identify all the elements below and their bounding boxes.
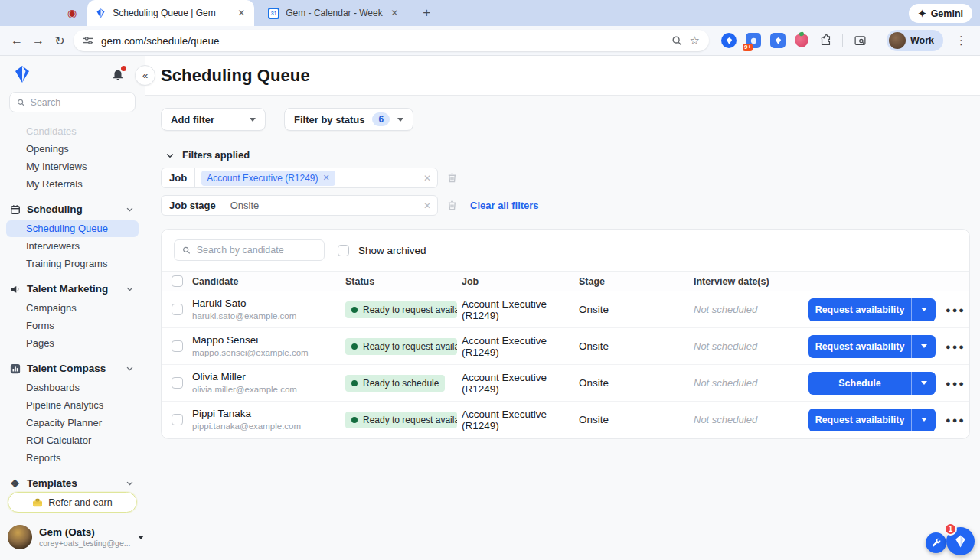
row-menu-icon[interactable]: ●●● bbox=[940, 342, 970, 351]
clear-all-filters-link[interactable]: Clear all filters bbox=[470, 200, 539, 211]
reading-mode-icon[interactable] bbox=[852, 33, 867, 48]
caret-down-icon bbox=[397, 118, 403, 122]
sidebar-item-candidates[interactable]: Candidates bbox=[6, 123, 139, 140]
berry-extension-icon[interactable] bbox=[795, 34, 808, 47]
extensions-puzzle-icon[interactable] bbox=[818, 33, 833, 48]
gem-extension-icon[interactable] bbox=[721, 33, 737, 48]
sidebar-item-my-interviews[interactable]: My Interviews bbox=[6, 158, 139, 175]
schedule-button[interactable]: Schedule bbox=[808, 372, 911, 395]
table-row: Mappo Sensei mappo.sensei@example.com Re… bbox=[162, 328, 969, 365]
refer-and-earn-button[interactable]: Refer and earn bbox=[8, 492, 137, 513]
url-text[interactable]: gem.com/schedule/queue bbox=[101, 35, 664, 47]
sidebar-item-forms[interactable]: Forms bbox=[6, 317, 139, 334]
request-availability-button[interactable]: Request availability bbox=[808, 335, 911, 358]
sidebar-item-training-programs[interactable]: Training Programs bbox=[6, 256, 139, 272]
action-dropdown-button[interactable] bbox=[911, 298, 936, 321]
filters-applied-toggle[interactable]: Filters applied bbox=[161, 149, 970, 161]
trash-icon[interactable] bbox=[446, 172, 458, 184]
filter-value-field[interactable]: Onsite ✕ bbox=[224, 196, 437, 215]
show-archived-checkbox[interactable] bbox=[338, 245, 349, 256]
notifications-bell-icon[interactable] bbox=[111, 67, 125, 81]
new-tab-button[interactable]: + bbox=[418, 5, 435, 21]
row-menu-icon[interactable]: ●●● bbox=[940, 415, 970, 425]
profile-caret-icon bbox=[138, 536, 144, 539]
sidebar-item-campaigns[interactable]: Campaigns bbox=[6, 300, 139, 317]
gem-assistant-button[interactable]: 1 bbox=[946, 527, 975, 555]
sidebar-section-talent-marketing[interactable]: Talent Marketing bbox=[6, 280, 139, 298]
sidebar-section-templates[interactable]: ❖ Templates bbox=[6, 474, 139, 489]
sidebar-section-scheduling[interactable]: Scheduling bbox=[6, 200, 139, 218]
candidate-name[interactable]: Olivia Miller bbox=[192, 371, 345, 383]
sidebar-search[interactable] bbox=[9, 92, 136, 112]
sidebar-item-reports[interactable]: Reports bbox=[6, 450, 139, 467]
action-dropdown-button[interactable] bbox=[911, 335, 936, 358]
action-dropdown-button[interactable] bbox=[911, 409, 936, 431]
scheduling-queue-table-card: Show archived Candidate Status Job Stage… bbox=[161, 229, 970, 439]
status-badge: Ready to request availabili bbox=[345, 301, 457, 318]
table-row: Haruki Sato haruki.sato@example.com Read… bbox=[162, 291, 969, 328]
tab-close-icon[interactable]: ✕ bbox=[236, 8, 247, 18]
gem-logo-icon[interactable] bbox=[12, 64, 32, 84]
row-menu-icon[interactable]: ●●● bbox=[940, 305, 970, 314]
request-availability-button[interactable]: Request availability bbox=[808, 298, 911, 321]
column-header-job: Job bbox=[462, 276, 579, 287]
search-icon[interactable] bbox=[671, 35, 682, 46]
back-button[interactable]: ← bbox=[6, 30, 28, 51]
reload-button[interactable]: ↻ bbox=[49, 30, 70, 51]
candidate-search[interactable] bbox=[174, 239, 325, 261]
request-availability-button[interactable]: Request availability bbox=[808, 409, 911, 431]
sidebar-collapse-button[interactable]: « bbox=[135, 65, 155, 86]
tab-title: Scheduling Queue | Gem bbox=[113, 8, 230, 18]
address-bar[interactable]: gem.com/schedule/queue ☆ bbox=[74, 30, 709, 51]
notification-extension-icon[interactable]: 9+ bbox=[746, 33, 761, 48]
add-filter-button[interactable]: Add filter bbox=[161, 108, 266, 131]
trash-icon[interactable] bbox=[446, 200, 458, 211]
sidebar-item-openings[interactable]: Openings bbox=[6, 141, 139, 158]
support-wrench-button[interactable] bbox=[926, 532, 946, 553]
candidate-search-input[interactable] bbox=[197, 245, 316, 256]
action-dropdown-button[interactable] bbox=[911, 372, 936, 395]
candidate-name[interactable]: Mappo Sensei bbox=[192, 334, 345, 347]
sidebar-item-scheduling-queue[interactable]: Scheduling Queue bbox=[6, 220, 139, 237]
sidebar-item-pipeline-analytics[interactable]: Pipeline Analytics bbox=[6, 397, 139, 414]
workspace-profile[interactable]: Gem (Oats) corey+oats_testing@ge... bbox=[0, 520, 145, 560]
sidebar-item-pages[interactable]: Pages bbox=[6, 335, 139, 352]
chip-remove-icon[interactable]: ✕ bbox=[323, 173, 330, 183]
filter-chip[interactable]: Account Executive (R1249) ✕ bbox=[201, 171, 335, 186]
select-all-checkbox[interactable] bbox=[172, 275, 183, 287]
browser-profile-button[interactable]: Work bbox=[887, 30, 943, 51]
forward-button[interactable]: → bbox=[28, 30, 49, 51]
field-clear-icon[interactable]: ✕ bbox=[423, 200, 431, 211]
row-checkbox[interactable] bbox=[172, 304, 183, 315]
gem-calendar-extension-icon[interactable] bbox=[770, 33, 786, 48]
sidebar-item-capacity-planner[interactable]: Capacity Planner bbox=[6, 415, 139, 431]
bookmark-star-icon[interactable]: ☆ bbox=[690, 34, 700, 47]
field-clear-icon[interactable]: ✕ bbox=[423, 173, 431, 184]
caret-down-icon bbox=[250, 118, 256, 122]
gemini-spark-icon: ✦ bbox=[918, 8, 926, 19]
filter-value-field[interactable]: Account Executive (R1249) ✕ ✕ bbox=[195, 168, 437, 187]
row-checkbox[interactable] bbox=[172, 414, 183, 425]
candidate-email: mappo.sensei@example.com bbox=[192, 347, 345, 358]
candidate-name[interactable]: Haruki Sato bbox=[192, 298, 345, 310]
gemini-button[interactable]: ✦ Gemini bbox=[909, 4, 972, 23]
sidebar-search-input[interactable] bbox=[31, 97, 128, 108]
sidebar-item-my-referrals[interactable]: My Referrals bbox=[6, 176, 139, 193]
sidebar-section-talent-compass[interactable]: Talent Compass bbox=[6, 360, 139, 377]
bar-chart-icon bbox=[9, 363, 21, 374]
sidebar-item-roi-calculator[interactable]: ROI Calculator bbox=[6, 432, 139, 449]
candidate-name[interactable]: Pippi Tanaka bbox=[192, 408, 345, 420]
search-icon bbox=[182, 246, 191, 255]
row-checkbox[interactable] bbox=[172, 377, 183, 389]
tab-close-icon[interactable]: ✕ bbox=[389, 8, 400, 18]
browser-tab-active[interactable]: Scheduling Queue | Gem ✕ bbox=[87, 0, 254, 26]
row-menu-icon[interactable]: ●●● bbox=[940, 379, 970, 388]
megaphone-icon bbox=[9, 284, 21, 295]
row-checkbox[interactable] bbox=[172, 340, 183, 352]
filter-by-status-button[interactable]: Filter by status 6 bbox=[284, 108, 413, 131]
sidebar-item-interviewers[interactable]: Interviewers bbox=[6, 238, 139, 255]
site-settings-icon[interactable] bbox=[83, 35, 93, 46]
browser-tab-calendar[interactable]: 31 Gem - Calendar - Week of No ✕ bbox=[260, 0, 407, 26]
sidebar-item-dashboards[interactable]: Dashboards bbox=[6, 379, 139, 396]
chrome-menu-icon[interactable]: ⋮ bbox=[951, 34, 972, 47]
